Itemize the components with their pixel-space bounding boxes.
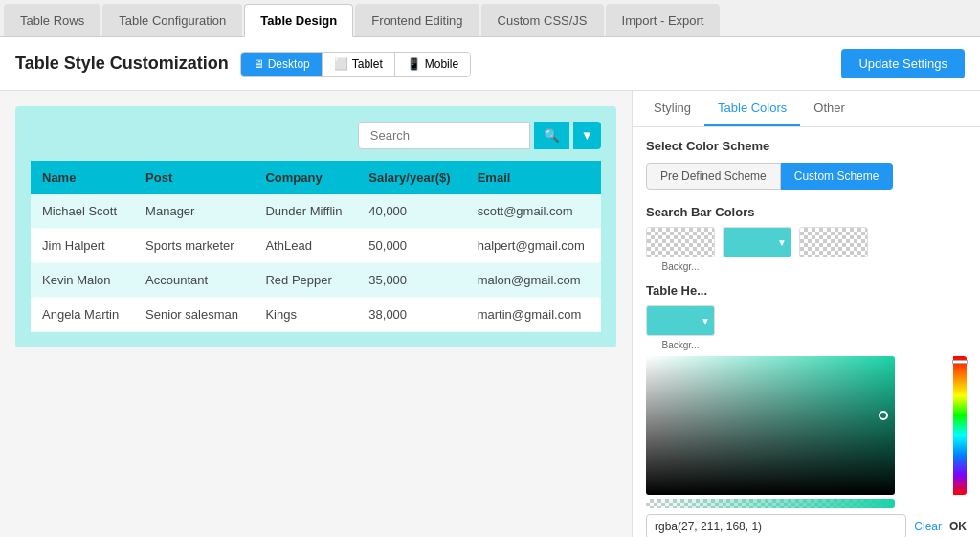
tab-table-design[interactable]: Table Design <box>244 4 353 37</box>
search-text-swatch[interactable] <box>799 227 868 257</box>
cell-name: Angela Martin <box>31 298 134 332</box>
tab-import-export[interactable]: Import - Export <box>606 4 721 36</box>
tablet-icon: ⬜ <box>334 57 348 71</box>
search-bg-label: Backgr... <box>662 261 700 272</box>
cell-name: Michael Scott <box>31 194 134 229</box>
right-tab-other[interactable]: Other <box>800 91 858 126</box>
search-bar-row: 🔍 ▼ <box>31 122 601 149</box>
table-header-section: Table He... ▼ Backgr... <box>646 283 967 350</box>
cell-salary: 50,000 <box>357 229 465 263</box>
swatch-wrap-btn: ▼ <box>723 227 791 272</box>
mobile-icon: 📱 <box>407 57 421 71</box>
data-table: Name Post Company Salary/year($) Email M… <box>31 161 601 332</box>
search-btn-swatch[interactable]: ▼ <box>723 227 791 257</box>
search-icon: 🔍 <box>544 128 560 143</box>
col-post: Post <box>134 161 254 194</box>
opacity-slider[interactable] <box>646 499 895 508</box>
swatch-wrap-text <box>799 227 868 272</box>
cell-email: scott@gmail.com <box>466 194 601 229</box>
header-bar: Table Style Customization 🖥 Desktop ⬜ Ta… <box>0 37 980 91</box>
cell-company: Dunder Mifflin <box>254 194 357 229</box>
table-header-row: Name Post Company Salary/year($) Email <box>31 161 601 194</box>
mobile-btn[interactable]: 📱 Mobile <box>395 53 470 76</box>
predefined-scheme-btn[interactable]: Pre Defined Scheme <box>646 163 781 190</box>
tab-table-rows[interactable]: Table Rows <box>4 4 100 36</box>
header-bg-label: Backgr... <box>662 340 700 350</box>
right-tab-table-colors[interactable]: Table Colors <box>704 91 800 126</box>
tab-table-configuration[interactable]: Table Configuration <box>102 4 242 36</box>
col-email: Email <box>466 161 601 194</box>
cell-post: Accountant <box>134 263 254 298</box>
table-body: Michael ScottManagerDunder Mifflin40,000… <box>31 194 601 332</box>
tab-bar: Table Rows Table Configuration Table Des… <box>0 0 980 37</box>
right-tab-styling[interactable]: Styling <box>640 91 704 126</box>
col-company: Company <box>254 161 357 194</box>
cell-post: Manager <box>134 194 254 229</box>
table-row: Kevin MalonAccountantRed Pepper35,000mal… <box>31 263 601 298</box>
table-row: Michael ScottManagerDunder Mifflin40,000… <box>31 194 601 229</box>
tablet-btn[interactable]: ⬜ Tablet <box>323 53 395 76</box>
table-preview-panel: 🔍 ▼ Name Post Company Salary/year($) Ema… <box>0 91 632 537</box>
desktop-btn[interactable]: 🖥 Desktop <box>241 53 323 76</box>
color-picker-pointer[interactable] <box>879 411 888 420</box>
ok-button[interactable]: OK <box>949 520 967 533</box>
cell-company: AthLead <box>254 229 357 263</box>
device-switcher: 🖥 Desktop ⬜ Tablet 📱 Mobile <box>240 52 471 77</box>
right-tab-bar: Styling Table Colors Other <box>633 91 980 127</box>
search-bg-swatch[interactable] <box>646 227 715 257</box>
cell-post: Senior salesman <box>134 298 254 332</box>
cell-email: martin@gmail.com <box>466 298 601 332</box>
swatch-arrow-icon: ▼ <box>777 237 787 248</box>
desktop-label: Desktop <box>268 57 310 71</box>
cell-email: malon@gmail.com <box>466 263 601 298</box>
custom-scheme-btn[interactable]: Custom Scheme <box>781 163 894 190</box>
table-row: Jim HalpertSports marketerAthLead50,000h… <box>31 229 601 263</box>
hue-handle[interactable] <box>952 360 968 364</box>
page-title: Table Style Customization <box>15 54 229 74</box>
color-gradient-box[interactable] <box>646 356 895 495</box>
cell-company: Red Pepper <box>254 263 357 298</box>
cell-name: Jim Halpert <box>31 229 134 263</box>
header-swatch-arrow: ▼ <box>701 316 710 326</box>
rgba-input-row: Clear OK <box>646 514 967 537</box>
search-input[interactable] <box>358 122 530 149</box>
preview-container: 🔍 ▼ Name Post Company Salary/year($) Ema… <box>15 106 616 347</box>
color-scheme-title: Select Color Scheme <box>646 139 967 153</box>
swatch-wrap-bg: Backgr... <box>646 227 715 272</box>
search-button[interactable]: 🔍 <box>534 122 569 149</box>
cell-salary: 35,000 <box>357 263 465 298</box>
col-salary: Salary/year($) <box>357 161 465 194</box>
tablet-label: Tablet <box>352 57 383 71</box>
cell-company: Kings <box>254 298 357 332</box>
scheme-buttons: Pre Defined Scheme Custom Scheme <box>646 163 967 190</box>
right-content: Select Color Scheme Pre Defined Scheme C… <box>633 127 980 537</box>
tab-custom-css-js[interactable]: Custom CSS/JS <box>481 4 604 36</box>
opacity-overlay <box>646 499 895 508</box>
desktop-icon: 🖥 <box>253 57 264 71</box>
search-bar-colors-title: Search Bar Colors <box>646 205 967 219</box>
opacity-bar-row <box>646 499 895 508</box>
table-row: Angela MartinSenior salesmanKings38,000m… <box>31 298 601 332</box>
table-header-swatches: ▼ Backgr... <box>646 305 967 350</box>
col-name: Name <box>31 161 134 194</box>
cell-post: Sports marketer <box>134 229 254 263</box>
table-header-title: Table He... <box>646 283 967 298</box>
header-left: Table Style Customization 🖥 Desktop ⬜ Ta… <box>15 52 471 77</box>
cell-email: halpert@gmail.com <box>466 229 601 263</box>
tab-frontend-editing[interactable]: Frontend Editing <box>355 4 479 36</box>
clear-button[interactable]: Clear <box>914 520 942 533</box>
update-settings-button[interactable]: Update Settings <box>841 49 965 78</box>
right-panel: Styling Table Colors Other Select Color … <box>632 91 980 537</box>
mobile-label: Mobile <box>425 57 458 71</box>
cell-name: Kevin Malon <box>31 263 134 298</box>
cell-salary: 40,000 <box>357 194 465 229</box>
header-bg-swatch[interactable]: ▼ <box>646 305 715 336</box>
search-bar-swatches: Backgr... ▼ <box>646 227 967 272</box>
hue-slider[interactable] <box>953 356 967 495</box>
cell-salary: 38,000 <box>357 298 465 332</box>
rgba-input[interactable] <box>646 514 906 537</box>
color-picker: Clear OK <box>646 356 967 537</box>
main-content: 🔍 ▼ Name Post Company Salary/year($) Ema… <box>0 91 980 537</box>
chevron-down-icon: ▼ <box>581 128 593 143</box>
search-dropdown-button[interactable]: ▼ <box>573 122 601 149</box>
